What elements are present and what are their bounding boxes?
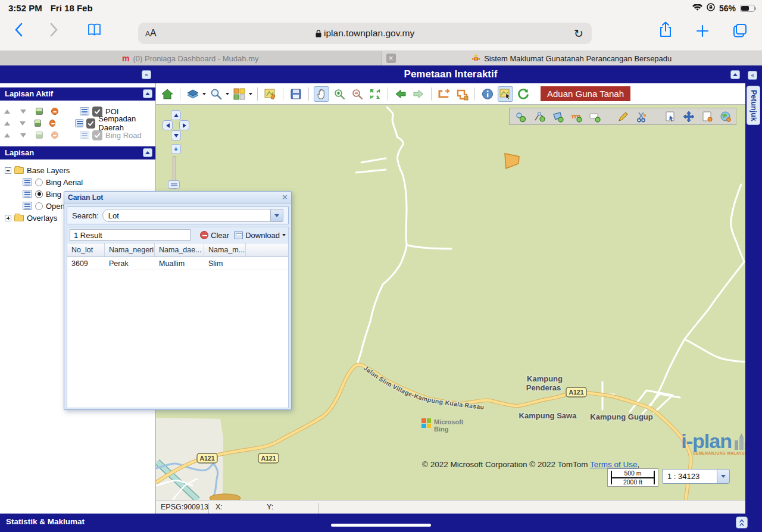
tree-node-bing-aerial[interactable]: Bing Aerial: [0, 176, 155, 188]
collapse-node-icon[interactable]: [5, 167, 11, 174]
move-down-icon[interactable]: [20, 109, 26, 114]
measure-area-icon[interactable]: [454, 86, 470, 102]
collapse-header-button[interactable]: [730, 70, 740, 79]
pan-west-button[interactable]: [163, 120, 173, 130]
share-button[interactable]: [658, 21, 673, 40]
forward-button[interactable]: [50, 23, 58, 39]
home-indicator[interactable]: [331, 524, 431, 527]
reload-button[interactable]: ↻: [574, 27, 583, 40]
remove-layer-icon[interactable]: [51, 108, 58, 115]
edit-feature-icon[interactable]: [617, 110, 629, 123]
tab-close-icon[interactable]: ×: [386, 54, 396, 63]
measure-distance-icon[interactable]: [436, 86, 452, 102]
layer-properties-icon[interactable]: [80, 131, 89, 139]
back-button[interactable]: [14, 23, 23, 39]
layer-properties-icon[interactable]: [80, 107, 89, 115]
search-combo[interactable]: Lot: [102, 209, 283, 222]
remove-layer-icon[interactable]: [51, 132, 58, 139]
delete-feature-icon[interactable]: [701, 110, 713, 123]
layer-properties-icon[interactable]: [23, 178, 32, 186]
radio-unselected[interactable]: [35, 179, 43, 186]
zoom-out-icon[interactable]: [349, 86, 365, 102]
zoom-slider-handle[interactable]: [168, 180, 180, 189]
scale-select[interactable]: 1 : 34123: [662, 469, 730, 484]
layer-properties-icon[interactable]: [75, 119, 83, 127]
collapse-right-panel-button[interactable]: «: [748, 71, 757, 80]
column-header-no-lot[interactable]: No_lot: [67, 243, 105, 256]
carian-lot-dialog[interactable]: Carian Lot ✕ Search: Lot 1 Result Clear …: [64, 191, 292, 410]
column-header-nama-negeri[interactable]: Nama_negeri: [105, 243, 155, 256]
layer-style-icon[interactable]: [35, 120, 41, 127]
terms-of-use-link[interactable]: Terms of Use: [590, 460, 638, 469]
download-button[interactable]: Download: [234, 231, 286, 240]
radio-unselected[interactable]: [35, 202, 43, 210]
collapse-layers-panel-button[interactable]: [143, 148, 152, 157]
dropdown-caret[interactable]: [249, 93, 252, 95]
layer-style-icon[interactable]: [36, 108, 43, 115]
zoom-tools-icon[interactable]: [208, 86, 224, 102]
draw-measure-icon[interactable]: [570, 110, 582, 123]
layer-row-bing-road[interactable]: Bing Road: [0, 129, 155, 141]
move-up-icon[interactable]: [4, 121, 10, 126]
tab-petunjuk[interactable]: Petunjuk: [747, 86, 760, 125]
aduan-guna-tanah-button[interactable]: Aduan Guna Tanah: [541, 86, 630, 101]
home-extent-icon[interactable]: [160, 86, 175, 102]
cut-feature-icon[interactable]: [636, 110, 648, 123]
table-row[interactable]: 3609 Perak Muallim Slim: [67, 257, 288, 270]
zoom-in-button[interactable]: +: [171, 144, 181, 154]
dropdown-caret[interactable]: [226, 93, 229, 95]
tab-iplan[interactable]: × Sistem Maklumat Gunatanah Perancangan …: [382, 51, 762, 65]
column-header-nama-daerah[interactable]: Nama_dae...: [155, 243, 204, 256]
basemap-gallery-icon[interactable]: [185, 86, 201, 102]
move-down-icon[interactable]: [20, 121, 26, 126]
pan-east-button[interactable]: [179, 120, 189, 130]
bookmarks-icon[interactable]: [87, 23, 102, 39]
move-feature-icon[interactable]: [683, 110, 695, 123]
save-icon[interactable]: [288, 86, 304, 102]
pan-tool-icon[interactable]: [314, 86, 329, 102]
draw-label-icon[interactable]: [589, 110, 601, 123]
column-header-nama-mukim[interactable]: Nama_m...: [204, 243, 246, 256]
tab-proniaga[interactable]: m (0) Proniaga Dashboard - Mudah.my: [0, 51, 382, 65]
move-up-icon[interactable]: [4, 109, 10, 114]
next-extent-icon[interactable]: [411, 86, 426, 102]
info-icon[interactable]: [480, 86, 495, 102]
draw-point-icon[interactable]: [515, 110, 527, 123]
refresh-icon[interactable]: [516, 86, 531, 102]
reader-aa-button[interactable]: AA: [145, 28, 157, 39]
collapse-active-layers-button[interactable]: [143, 89, 152, 98]
expand-statistik-button[interactable]: [736, 517, 748, 528]
draw-line-icon[interactable]: [533, 110, 545, 123]
scale-dropdown-trigger[interactable]: [717, 469, 730, 484]
layer-style-icon[interactable]: [36, 132, 43, 139]
layout-tiles-icon[interactable]: [232, 86, 247, 102]
statistik-bar[interactable]: Statistik & Maklumat: [0, 514, 762, 532]
layer-properties-icon[interactable]: [23, 190, 32, 198]
search-input[interactable]: Lot: [102, 209, 271, 222]
previous-extent-icon[interactable]: [393, 86, 408, 102]
close-icon[interactable]: ✕: [282, 193, 288, 202]
new-tab-button[interactable]: [695, 24, 710, 40]
remove-layer-icon[interactable]: [49, 120, 56, 127]
clear-button[interactable]: Clear: [200, 231, 229, 240]
pan-south-button[interactable]: [171, 130, 181, 140]
dialog-titlebar[interactable]: Carian Lot ✕: [64, 192, 291, 204]
full-extent-icon[interactable]: [367, 86, 383, 102]
pan-north-button[interactable]: [171, 110, 181, 120]
radio-selected[interactable]: [35, 190, 43, 198]
address-bar[interactable]: AA iplan.townplan.gov.my ↻: [138, 23, 592, 44]
layer-row-sempadan[interactable]: Sempadan Daerah: [0, 117, 155, 129]
draw-polygon-icon[interactable]: [552, 110, 564, 123]
globe-tool-icon[interactable]: [720, 110, 732, 123]
move-down-icon[interactable]: [20, 133, 26, 137]
move-up-icon[interactable]: [4, 133, 10, 137]
search-dropdown-trigger[interactable]: [271, 209, 283, 222]
basemap-edit-icon[interactable]: [263, 86, 278, 102]
dropdown-caret[interactable]: [202, 93, 206, 95]
expand-node-icon[interactable]: [5, 215, 11, 221]
layer-checkbox-checked[interactable]: [86, 118, 95, 129]
collapse-left-panel-button[interactable]: «: [142, 70, 151, 79]
tabs-overview-button[interactable]: [732, 23, 748, 40]
layer-properties-icon[interactable]: [23, 202, 32, 210]
tree-node-base-layers[interactable]: Base Layers: [0, 164, 155, 176]
